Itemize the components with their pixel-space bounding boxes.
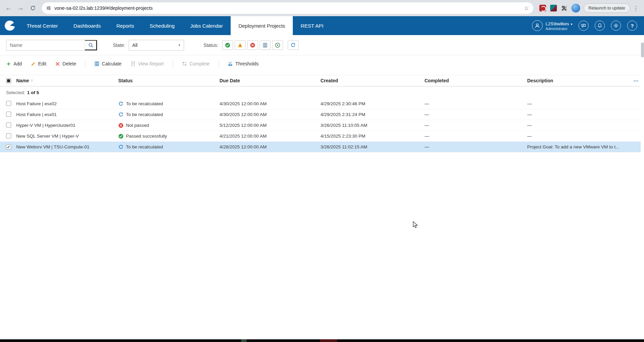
feedback-button[interactable] <box>578 21 589 31</box>
cell-due-date: 4/30/2025 12:00:00 AM <box>220 112 320 117</box>
chevron-down-icon: ▾ <box>571 22 572 26</box>
cell-completed: — <box>424 134 527 139</box>
status-filter-calculating-button[interactable] <box>260 40 271 50</box>
app-navbar: Threat CenterDashboardsReportsScheduling… <box>0 16 644 35</box>
relaunch-to-update-button[interactable]: Relaunch to update <box>584 3 630 13</box>
tab-reports[interactable]: Reports <box>108 16 142 35</box>
user-menu[interactable]: L2S\bwilkes▾ Administrator <box>532 20 572 31</box>
status-filter-failed-button[interactable] <box>247 40 258 50</box>
status-icon <box>118 134 124 139</box>
cell-due-date: 4/28/2025 12:00:00 AM <box>220 144 320 149</box>
view-report-button[interactable]: View Report <box>130 61 164 66</box>
cell-completed: — <box>424 123 527 128</box>
column-header-created[interactable]: Created <box>320 78 424 83</box>
page-scrollbar-thumb[interactable] <box>641 42 644 57</box>
column-options-icon[interactable] <box>633 78 639 83</box>
table-row[interactable]: Host Failure | esx02 To be recalculated … <box>0 98 641 109</box>
browser-reload-icon[interactable] <box>27 2 38 14</box>
cell-description: — <box>527 134 627 139</box>
tab-dashboards[interactable]: Dashboards <box>66 16 109 35</box>
state-select[interactable]: All ▾ <box>129 40 184 51</box>
cell-name: New Websrv VM | TSU-Compute-01 <box>16 144 118 149</box>
cell-name: Host Failure | esx02 <box>16 101 118 106</box>
column-header-name[interactable]: Name ↑ <box>16 78 118 83</box>
browser-forward-icon[interactable]: → <box>15 2 26 14</box>
plus-icon <box>6 61 11 66</box>
status-text: To be recalculated <box>126 144 163 149</box>
row-checkbox[interactable] <box>6 133 11 138</box>
row-checkbox[interactable] <box>6 112 11 117</box>
browser-profile-avatar[interactable] <box>571 4 580 12</box>
table-row[interactable]: Hyper-V VM | Hypercluster01 Not passed 5… <box>0 120 641 131</box>
cell-completed: — <box>424 112 527 117</box>
add-button[interactable]: Add <box>6 61 22 66</box>
mouse-cursor <box>413 221 419 230</box>
column-header-due-date[interactable]: Due Date <box>220 78 320 83</box>
tab-scheduling[interactable]: Scheduling <box>142 16 182 35</box>
thresholds-icon <box>228 61 233 66</box>
status-text: Passed successfully <box>126 134 167 139</box>
help-button[interactable]: ? <box>627 21 637 31</box>
row-checkbox[interactable] <box>6 122 11 127</box>
status-text: To be recalculated <box>126 101 163 106</box>
extension-icon-2[interactable] <box>550 5 557 11</box>
site-info-icon[interactable] <box>46 5 51 11</box>
cell-due-date: 5/12/2025 12:00:00 AM <box>220 123 320 128</box>
row-checkbox[interactable] <box>6 144 11 149</box>
column-header-status[interactable]: Status <box>118 78 220 83</box>
browser-menu-icon[interactable]: ⋮ <box>631 5 641 12</box>
extensions-puzzle-icon[interactable] <box>561 5 567 11</box>
tab-rest-api[interactable]: REST API <box>293 16 331 35</box>
status-filter-running-button[interactable] <box>272 40 283 50</box>
cell-name: New SQL Server VM | Hyper-V <box>16 134 118 139</box>
logo-wrap <box>0 16 19 35</box>
play-circle-icon <box>275 42 280 48</box>
browser-back-icon[interactable]: ← <box>3 2 14 14</box>
status-filter-passed-button[interactable] <box>222 40 233 50</box>
row-checkbox[interactable] <box>6 101 11 106</box>
user-role: Administrator <box>546 27 572 31</box>
select-all-checkbox[interactable] <box>6 78 11 83</box>
status-filter-recalculate-button[interactable] <box>288 40 299 50</box>
calculate-icon <box>94 61 100 66</box>
thresholds-button[interactable]: Thresholds <box>228 61 259 66</box>
bell-icon <box>597 23 602 28</box>
veeam-one-logo-icon <box>5 21 15 31</box>
edit-button[interactable]: Edit <box>31 61 46 66</box>
cell-status: To be recalculated <box>118 144 220 150</box>
x-icon <box>55 61 60 66</box>
column-header-description[interactable]: Description <box>527 78 627 83</box>
settings-button[interactable] <box>611 21 621 31</box>
cell-created: 3/26/2025 11:10:05 AM <box>320 123 424 128</box>
address-bar[interactable]: vone-sa-02.l2s.lab:1239/#/deployment-pro… <box>42 2 533 14</box>
url-text: vone-sa-02.l2s.lab:1239/#/deployment-pro… <box>54 5 521 11</box>
complete-button[interactable]: Complete <box>182 61 210 66</box>
cell-description: Project Goal: To add a new VMware VM to … <box>527 144 627 149</box>
table-row[interactable]: New SQL Server VM | Hyper-V Passed succe… <box>0 131 641 142</box>
notifications-button[interactable] <box>595 21 605 31</box>
extension-icon-1[interactable] <box>539 5 546 11</box>
tab-deployment-projects[interactable]: Deployment Projects <box>231 16 293 35</box>
tab-threat-center[interactable]: Threat Center <box>19 16 66 35</box>
delete-button[interactable]: Delete <box>55 61 76 66</box>
search-button[interactable] <box>85 40 97 50</box>
name-search-input[interactable] <box>6 42 85 48</box>
cell-name: Host Failure | esx01 <box>16 112 118 117</box>
column-header-completed[interactable]: Completed <box>424 78 527 83</box>
status-icon <box>118 123 124 128</box>
calculate-button[interactable]: Calculate <box>94 61 122 66</box>
cell-created: 4/29/2025 2:30:46 PM <box>320 101 424 106</box>
status-filter-warning-button[interactable] <box>235 40 246 50</box>
user-avatar-icon <box>532 20 543 31</box>
state-select-value: All <box>132 42 138 48</box>
navbar-right: L2S\bwilkes▾ Administrator <box>532 16 644 35</box>
status-icon <box>118 112 124 117</box>
status-icon <box>118 101 124 107</box>
toolbar-separator <box>218 60 219 67</box>
cell-created: 4/15/2025 2:23:30 PM <box>320 134 424 139</box>
tab-jobs-calendar[interactable]: Jobs Calendar <box>182 16 231 35</box>
table-row[interactable]: Host Failure | esx01 To be recalculated … <box>0 109 641 120</box>
table-row[interactable]: New Websrv VM | TSU-Compute-01 To be rec… <box>0 142 641 152</box>
reload-icon <box>30 5 36 11</box>
bookmark-star-icon[interactable]: ☆ <box>524 5 529 12</box>
